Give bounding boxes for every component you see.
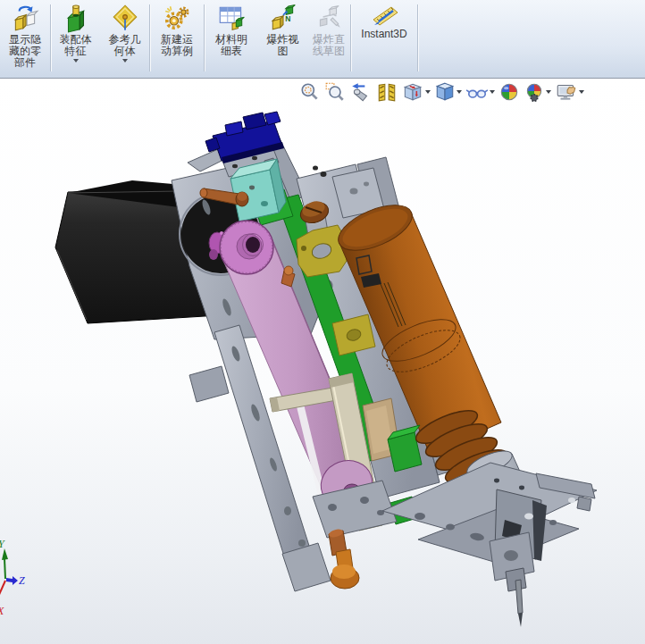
view-settings-icon (555, 81, 578, 103)
previous-view-icon (349, 81, 373, 103)
dropdown-caret-icon[interactable] (579, 90, 584, 94)
part-guide-block-teal[interactable] (230, 159, 286, 222)
view-orientation-icon (401, 81, 424, 103)
hide-show-items-button[interactable] (464, 80, 497, 104)
dropdown-caret-icon[interactable] (490, 90, 495, 94)
display-style-icon (434, 81, 456, 103)
z-axis-label: Z (19, 574, 25, 587)
assembly-features-icon (61, 2, 91, 34)
dropdown-caret-icon[interactable] (73, 59, 79, 63)
show-hide-components-icon (10, 2, 40, 34)
apply-scene-button[interactable] (522, 80, 553, 104)
zoom-to-area-button[interactable] (322, 80, 348, 104)
ribbon-separator (417, 4, 418, 71)
dropdown-caret-icon[interactable] (457, 90, 462, 94)
apply-scene-icon (524, 81, 545, 103)
assembly-features-button[interactable]: 装配体 特征 (51, 0, 100, 78)
bill-of-materials-icon (216, 2, 247, 34)
hide-show-items-icon (465, 81, 489, 103)
dropdown-caret-icon[interactable] (425, 90, 431, 94)
view-settings-button[interactable] (553, 80, 586, 104)
command-manager-ribbon: 显示隐 藏的零 部件 装配体 特征 (0, 0, 645, 79)
z-axis-arrow (6, 576, 18, 585)
new-motion-study-button[interactable]: 新建运 动算例 (150, 0, 204, 78)
show-hide-components-button[interactable]: 显示隐 藏的零 部件 (0, 0, 50, 78)
edit-appearance-button[interactable] (497, 80, 522, 104)
part-adjustment-screw[interactable] (328, 528, 359, 589)
dropdown-caret-icon[interactable] (546, 90, 551, 94)
x-axis-arrow (0, 581, 5, 597)
y-axis-label: Y (0, 538, 5, 550)
reference-geometry-icon (110, 2, 140, 34)
explode-line-sketch-button: 爆炸直 线草图 (307, 0, 350, 78)
exploded-view-button[interactable]: N 爆炸视 图 (258, 0, 307, 78)
explode-line-sketch-icon (314, 2, 344, 34)
dropdown-caret-icon[interactable] (122, 59, 128, 63)
zoom-to-fit-button[interactable] (297, 80, 322, 104)
svg-text:N: N (285, 14, 290, 23)
exploded-view-icon: N (268, 2, 298, 34)
section-view-icon (376, 81, 398, 103)
view-orientation-button[interactable] (399, 80, 432, 104)
section-view-button[interactable] (374, 80, 399, 104)
view-heads-up-toolbar (297, 80, 586, 104)
part-belt-pulley-top[interactable] (220, 221, 273, 274)
display-style-button[interactable] (432, 80, 464, 104)
reference-geometry-button[interactable]: 参考几 何体 (100, 0, 149, 78)
zoom-to-area-icon (324, 81, 346, 103)
assembly-model[interactable]: Y Z X (0, 79, 645, 644)
edit-appearance-icon (498, 81, 520, 103)
bill-of-materials-button[interactable]: 材料明 细表 (205, 0, 258, 78)
previous-view-button[interactable] (348, 80, 374, 104)
3d-viewport[interactable]: Y Z X (0, 79, 645, 644)
x-axis-label: X (0, 605, 4, 617)
zoom-to-fit-icon (299, 81, 321, 103)
part-dispenser-needle[interactable] (490, 532, 534, 627)
instant3d-button[interactable]: Instant3D (351, 0, 417, 78)
coordinate-triad: Y Z X (0, 538, 25, 617)
new-motion-study-icon (162, 2, 192, 34)
